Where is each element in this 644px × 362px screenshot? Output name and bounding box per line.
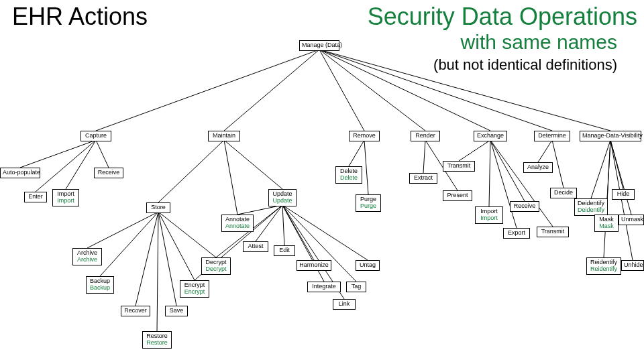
node-determine-label: Determine xyxy=(537,133,568,139)
node-decide: Decide xyxy=(550,188,577,198)
node-update: UpdateUpdate xyxy=(268,189,297,206)
node-unmask: Unmask xyxy=(619,215,644,225)
node-enter: Enter xyxy=(24,192,47,202)
node-untag-label: Untag xyxy=(358,262,377,269)
svg-line-3 xyxy=(319,50,425,131)
node-receive-label: Receive xyxy=(97,170,121,176)
node-reid-label-alt: Reidentify xyxy=(589,266,619,273)
node-mask-label-alt: Mask xyxy=(597,223,616,230)
node-import2: ImportImport xyxy=(475,206,503,224)
node-import-label-alt: Import xyxy=(55,198,76,204)
node-receive2-label: Receive xyxy=(513,203,537,210)
svg-line-45 xyxy=(237,205,282,215)
node-mdv: Manage-Data-Visibility xyxy=(580,131,641,141)
node-untag: Untag xyxy=(356,260,380,271)
svg-line-37 xyxy=(158,212,216,257)
node-harmonize: Harmonize xyxy=(297,260,331,271)
svg-line-33 xyxy=(136,212,158,306)
svg-line-12 xyxy=(224,140,237,215)
node-tag-label: Tag xyxy=(349,284,364,290)
node-integrate-label: Integrate xyxy=(310,284,338,290)
svg-line-38 xyxy=(256,205,282,241)
node-autopop: Auto-populate xyxy=(0,168,40,178)
title-right: Security Data Operations xyxy=(368,3,637,31)
svg-line-34 xyxy=(157,212,158,331)
node-unhide: Unhide xyxy=(621,260,644,271)
node-restore: RestoreRestore xyxy=(142,331,172,349)
node-exchange-label: Exchange xyxy=(476,133,504,139)
node-link-label: Link xyxy=(335,301,353,308)
svg-line-20 xyxy=(490,140,525,201)
svg-line-1 xyxy=(224,50,319,131)
node-deid: DeidentifyDeidentify xyxy=(574,198,608,216)
node-archive-label-alt: Archive xyxy=(75,257,99,263)
node-maintain: Maintain xyxy=(208,131,240,141)
node-edit-label: Edit xyxy=(276,247,292,254)
svg-line-7 xyxy=(20,140,96,168)
node-store: Store xyxy=(146,202,170,213)
node-backup-label-alt: Backup xyxy=(89,285,111,292)
subtitle: with same names xyxy=(461,31,617,54)
node-attest-label: Attest xyxy=(246,243,266,250)
node-transmit-label: Transmit xyxy=(445,163,472,170)
node-deid-label-alt: Deidentify xyxy=(577,207,605,214)
node-unhide-label: Unhide xyxy=(624,262,641,269)
node-mdv-label: Manage-Data-Visibility xyxy=(582,133,639,139)
svg-line-32 xyxy=(100,212,158,276)
node-analyze: Analyze xyxy=(523,162,553,173)
svg-line-28 xyxy=(610,140,631,215)
svg-line-18 xyxy=(459,140,490,161)
node-export: Export xyxy=(503,228,530,239)
title-left: EHR Actions xyxy=(12,3,148,31)
node-transmit2-label: Transmit xyxy=(539,229,566,235)
node-backup: BackupBackup xyxy=(86,276,114,294)
node-enter-label: Enter xyxy=(27,194,44,200)
svg-line-26 xyxy=(610,140,623,189)
node-annotate: AnnotateAnnotate xyxy=(221,215,254,232)
node-harmonize-label: Harmonize xyxy=(299,262,329,269)
svg-line-2 xyxy=(319,50,364,131)
node-encrypt: EncryptEncrypt xyxy=(180,280,209,298)
node-hide: Hide xyxy=(612,189,635,200)
svg-line-23 xyxy=(538,140,552,162)
node-autopop-label: Auto-populate xyxy=(3,170,38,176)
node-import: ImportImport xyxy=(52,189,79,206)
node-manage-label: Manage (Data) xyxy=(302,42,337,49)
svg-line-25 xyxy=(591,140,610,198)
node-present-label: Present xyxy=(445,192,470,199)
node-purge-label-alt: Purge xyxy=(358,203,378,210)
edge-layer xyxy=(0,0,644,362)
svg-line-11 xyxy=(158,140,224,202)
node-manage: Manage (Data) xyxy=(299,40,339,51)
node-import2-label-alt: Import xyxy=(478,215,500,222)
svg-line-24 xyxy=(552,140,564,188)
svg-line-19 xyxy=(489,140,490,206)
node-attest: Attest xyxy=(243,241,268,252)
node-receive: Receive xyxy=(94,168,123,178)
node-save: Save xyxy=(165,306,188,316)
node-remove: Remove xyxy=(349,131,380,141)
node-update-label-alt: Update xyxy=(271,198,294,204)
svg-line-9 xyxy=(66,140,96,189)
node-restore-label-alt: Restore xyxy=(145,340,169,347)
node-determine: Determine xyxy=(534,131,570,141)
node-render: Render xyxy=(411,131,440,141)
node-save-label: Save xyxy=(168,308,185,314)
svg-line-36 xyxy=(158,212,195,280)
node-integrate: Integrate xyxy=(307,282,341,292)
node-maintain-label: Maintain xyxy=(211,133,237,139)
svg-line-16 xyxy=(423,140,425,173)
node-render-label: Render xyxy=(413,133,437,139)
node-capture-label: Capture xyxy=(83,133,109,139)
node-transmit: Transmit xyxy=(443,161,475,172)
node-remove-label: Remove xyxy=(352,133,377,139)
node-delete: DeleteDelete xyxy=(335,166,362,184)
node-export-label: Export xyxy=(506,230,527,237)
svg-line-30 xyxy=(610,140,633,260)
node-recover: Recover xyxy=(121,306,150,316)
svg-line-39 xyxy=(282,205,284,245)
svg-line-44 xyxy=(282,205,368,260)
node-exchange: Exchange xyxy=(474,131,507,141)
node-unmask-label: Unmask xyxy=(621,217,641,223)
svg-line-14 xyxy=(349,140,364,166)
